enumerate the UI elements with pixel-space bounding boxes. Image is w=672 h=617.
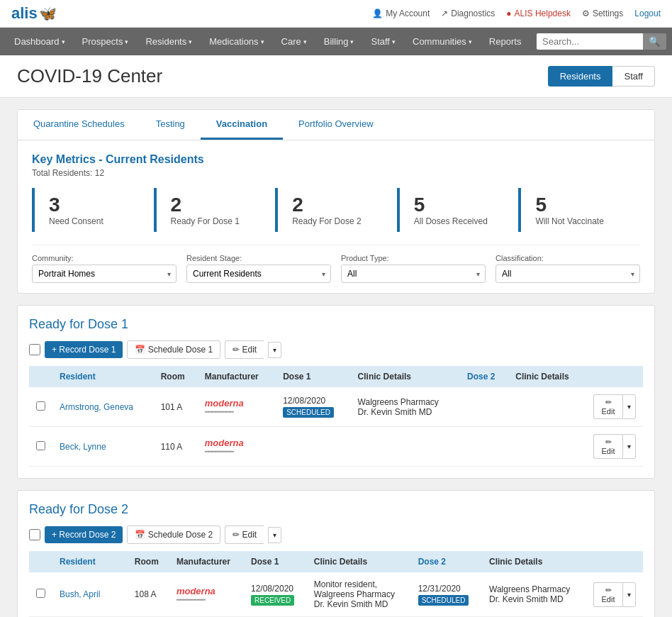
nav-item-communities[interactable]: Communities▾: [404, 28, 481, 55]
td-room: 110 A: [154, 427, 198, 467]
row-edit-button[interactable]: ✏ Edit: [593, 582, 622, 607]
metric-number: 2: [292, 194, 383, 216]
td-checkbox: [29, 427, 52, 467]
community-select-wrapper: Portrait Homes ▾: [32, 265, 177, 283]
filter-community: Community: Portrait Homes ▾: [32, 254, 177, 283]
tab-quarantine-schedules[interactable]: Quarantine Schedules: [18, 110, 140, 140]
nav-search: 🔍: [537, 33, 666, 50]
total-residents-label: Total Residents: 12: [32, 168, 640, 178]
th-actions: [586, 366, 643, 387]
product-type-select[interactable]: All: [341, 265, 486, 283]
edit-dose1-button[interactable]: ✏ Edit: [225, 340, 264, 359]
my-account-link[interactable]: 👤 My Account: [372, 9, 430, 18]
nav-item-prospects[interactable]: Prospects▾: [74, 28, 138, 55]
table-row: Bush, April 108 A moderna━━━━━━━━ 12/08/…: [29, 572, 643, 617]
received-badge: RECEIVED: [251, 595, 294, 606]
search-input[interactable]: [537, 33, 643, 50]
td-manufacturer: moderna━━━━━━━━: [198, 427, 276, 467]
td-actions: ✏ Edit ▾: [586, 572, 643, 617]
search-button[interactable]: 🔍: [643, 33, 666, 50]
diagnostics-icon: ↗: [441, 9, 448, 18]
td-dose2: [460, 387, 508, 427]
tab-content: Key Metrics - Current Residents Total Re…: [18, 140, 654, 293]
nav-item-residents[interactable]: Residents▾: [137, 28, 201, 55]
nav-item-reports[interactable]: Reports: [481, 28, 530, 55]
dose1-table: Resident Room Manufacturer Dose 1 Clinic…: [29, 366, 643, 467]
caret-icon: ▾: [350, 38, 354, 45]
staff-toggle-button[interactable]: Staff: [612, 66, 655, 87]
resident-stage-select[interactable]: Current Residents: [186, 265, 331, 283]
tab-portfolio-overview[interactable]: Portfolio Overview: [283, 110, 388, 140]
th-actions: [586, 551, 643, 572]
logo-butterfly-icon: 🦋: [39, 5, 57, 22]
schedule-dose1-button[interactable]: 📅 Schedule Dose 1: [127, 340, 220, 359]
moderna-logo: moderna━━━━━━━━: [205, 398, 269, 416]
table-row: Armstrong, Geneva 101 A moderna━━━━━━━━ …: [29, 387, 643, 427]
resident-link[interactable]: Armstrong, Geneva: [60, 402, 133, 412]
classification-select[interactable]: All: [495, 265, 640, 283]
tabs-list: Quarantine Schedules Testing Vaccination…: [18, 110, 654, 140]
row-checkbox[interactable]: [36, 589, 45, 598]
residents-toggle-button[interactable]: Residents: [548, 66, 613, 87]
diagnostics-link[interactable]: ↗ Diagnostics: [441, 9, 495, 18]
view-toggle: Residents Staff: [548, 66, 655, 87]
metric-number: 3: [49, 194, 140, 216]
row-edit-split-button[interactable]: ▾: [622, 434, 636, 459]
pencil-icon: ✏: [233, 530, 240, 540]
calendar-icon: 📅: [135, 345, 145, 355]
dose2-select-all-checkbox[interactable]: [29, 529, 40, 540]
td-dose2: 12/31/2020 SCHEDULED: [411, 572, 482, 617]
community-filter-label: Community:: [32, 254, 177, 262]
th-room: Room: [128, 551, 169, 572]
moderna-logo: moderna━━━━━━━━: [177, 586, 237, 604]
nav-item-medications[interactable]: Medications▾: [201, 28, 272, 55]
td-clinic-details2: [508, 427, 586, 467]
filter-resident-stage: Resident Stage: Current Residents ▾: [186, 254, 331, 283]
scheduled-badge: SCHEDULED: [418, 595, 469, 606]
helpdesk-link[interactable]: ● ALIS Helpdesk: [506, 9, 571, 18]
edit-dose2-split-button[interactable]: ▾: [268, 527, 281, 543]
resident-link[interactable]: Bush, April: [60, 589, 100, 599]
community-select[interactable]: Portrait Homes: [32, 265, 177, 283]
td-resident: Beck, Lynne: [52, 427, 154, 467]
classification-select-wrapper: All ▾: [495, 265, 640, 283]
record-dose2-button[interactable]: + Record Dose 2: [45, 526, 123, 543]
schedule-dose2-button[interactable]: 📅 Schedule Dose 2: [127, 526, 220, 544]
settings-link[interactable]: ⚙ Settings: [582, 9, 623, 18]
row-edit-button[interactable]: ✏ Edit: [593, 434, 622, 459]
nav-item-care[interactable]: Care▾: [273, 28, 315, 55]
key-metrics-title: Key Metrics - Current Residents: [32, 153, 640, 166]
th-clinic-details2: Clinic Details: [482, 551, 586, 572]
td-actions: ✏ Edit ▾: [586, 427, 643, 467]
edit-dose2-button[interactable]: ✏ Edit: [225, 526, 264, 544]
td-checkbox: [29, 387, 52, 427]
page-header: COVID-19 Center Residents Staff: [0, 55, 672, 98]
dose1-select-all-checkbox[interactable]: [29, 344, 40, 355]
metric-number: 2: [171, 194, 262, 216]
nav-item-dashboard[interactable]: Dashboard▾: [6, 28, 74, 55]
row-edit-split-button[interactable]: ▾: [622, 394, 636, 419]
row-checkbox[interactable]: [36, 401, 45, 411]
td-clinic-details2: [508, 387, 586, 427]
th-clinic-details: Clinic Details: [307, 551, 411, 572]
logo[interactable]: alis 🦋: [11, 4, 57, 23]
td-clinic-details2: Walgreens PharmacyDr. Kevin Smith MD: [482, 572, 586, 617]
nav-item-billing[interactable]: Billing▾: [315, 28, 363, 55]
row-edit-button[interactable]: ✏ Edit: [593, 394, 622, 419]
helpdesk-icon: ●: [506, 9, 511, 18]
metric-label: All Doses Received: [414, 216, 505, 226]
metric-number: 5: [535, 194, 626, 216]
dose1-section-title: Ready for Dose 1: [29, 317, 643, 332]
nav-item-staff[interactable]: Staff▾: [362, 28, 404, 55]
resident-link[interactable]: Beck, Lynne: [60, 442, 106, 452]
scheduled-badge: SCHEDULED: [283, 407, 334, 418]
edit-dose1-split-button[interactable]: ▾: [268, 342, 281, 358]
main-content: Quarantine Schedules Testing Vaccination…: [0, 98, 672, 617]
logo-text: alis: [11, 4, 38, 23]
tab-testing[interactable]: Testing: [140, 110, 201, 140]
record-dose1-button[interactable]: + Record Dose 1: [45, 341, 123, 358]
row-edit-split-button[interactable]: ▾: [622, 582, 636, 607]
logout-link[interactable]: Logout: [634, 9, 661, 18]
tab-vaccination[interactable]: Vaccination: [201, 110, 283, 140]
row-checkbox[interactable]: [36, 441, 45, 450]
